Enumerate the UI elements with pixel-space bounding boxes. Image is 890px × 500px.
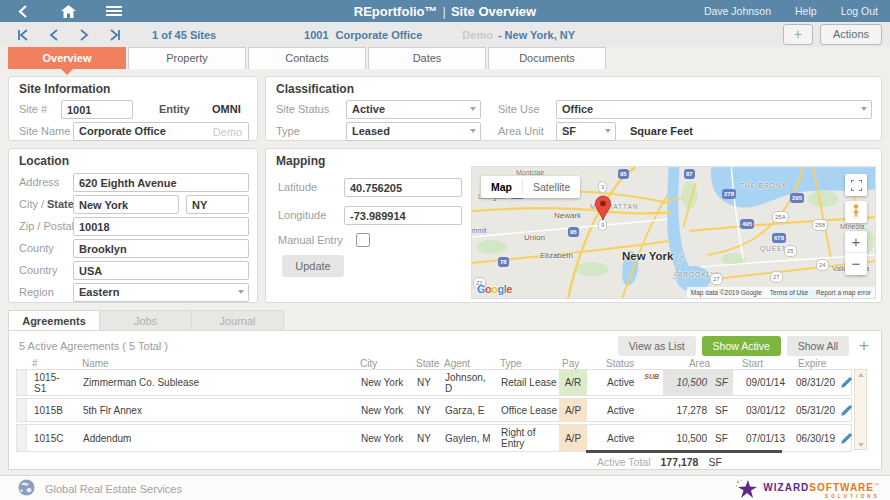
map-type-satellite-button[interactable]: Satellite — [522, 181, 580, 193]
map-attribution: Map data ©2019 Google Terms of Use Repor… — [687, 287, 875, 298]
zip-field[interactable] — [73, 217, 249, 236]
map-pin-icon[interactable] — [594, 195, 612, 225]
type-label: Type — [276, 125, 300, 137]
prev-record-icon[interactable] — [45, 28, 61, 42]
footer-company: Global Real Estate Services — [45, 483, 182, 495]
menu-icon[interactable] — [106, 4, 122, 18]
first-record-icon[interactable] — [14, 28, 30, 42]
map-place-label: Montclair — [516, 169, 544, 176]
main-tab-bar: Overview Property Contacts Dates Documen… — [8, 47, 606, 69]
manual-entry-checkbox[interactable] — [356, 233, 370, 247]
tab-overview[interactable]: Overview — [8, 47, 126, 69]
tab-jobs[interactable]: Jobs — [100, 310, 192, 331]
actions-button[interactable]: Actions — [820, 24, 882, 45]
active-total-value: 177,178 — [661, 456, 699, 468]
map-route-shield: 27 — [770, 271, 783, 283]
pay-badge: A/P — [559, 425, 587, 451]
address-field[interactable] — [73, 173, 249, 192]
area-unit-select[interactable]: SF — [556, 122, 616, 141]
user-menu[interactable]: Dave Johnson — [704, 5, 771, 17]
table-row[interactable]: 1015-S1 Zimmerman Co. Sublease New York … — [16, 369, 852, 396]
site-name-label: Site Name — [19, 125, 70, 137]
county-field[interactable] — [73, 239, 249, 258]
site-information-title: Site Information — [19, 82, 110, 96]
globe-icon — [18, 479, 35, 498]
active-total-label: Active Total — [597, 456, 651, 468]
add-site-button[interactable]: + — [783, 24, 813, 45]
site-overview-page: REportfolio™|Site Overview Dave Johnson … — [0, 0, 890, 500]
site-name-field[interactable]: Corporate Office Demo — [73, 122, 249, 141]
site-number-field[interactable] — [61, 100, 133, 119]
site-name: Corporate Office — [336, 29, 423, 41]
zoom-out-icon[interactable]: − — [845, 253, 867, 275]
show-all-button[interactable]: Show All — [787, 336, 849, 356]
record-position: 1 of 45 Sites — [152, 29, 216, 41]
country-field[interactable] — [73, 261, 249, 280]
report-map-error-link[interactable]: Report a map error — [816, 289, 871, 296]
site-information-panel: Site Information Site # Entity OMNI Site… — [8, 76, 258, 141]
agreements-tab-bar: Agreements Jobs Journal — [8, 310, 284, 331]
last-record-icon[interactable] — [107, 28, 123, 42]
back-icon[interactable] — [14, 4, 30, 18]
site-use-label: Site Use — [498, 103, 540, 115]
tab-journal[interactable]: Journal — [192, 310, 284, 331]
latitude-field[interactable] — [344, 178, 462, 197]
region-select[interactable]: Eastern — [73, 283, 249, 302]
street-view-pegman-icon[interactable] — [845, 201, 867, 223]
map-route-shield: 495 — [740, 219, 754, 229]
chevron-down-icon — [470, 107, 476, 111]
state-label: State — [47, 198, 74, 210]
add-agreement-button[interactable]: + — [859, 337, 869, 355]
view-as-list-button[interactable]: View as List — [618, 336, 696, 356]
table-horizontal-scrollbar[interactable] — [586, 450, 782, 453]
table-row[interactable]: 1015C Addendum New York NY Gaylen, M Rig… — [16, 424, 852, 452]
edit-agreement-icon[interactable] — [839, 404, 853, 417]
country-label: Country — [19, 264, 58, 276]
scroll-up-icon[interactable] — [855, 370, 866, 379]
entity-label: Entity — [159, 103, 190, 115]
footer-bar: Global Real Estate Services WIZARDSOFTWA… — [0, 475, 890, 500]
home-icon[interactable] — [60, 4, 76, 18]
map-route-shield: 87 — [684, 169, 695, 179]
tab-property[interactable]: Property — [128, 47, 246, 69]
show-active-button[interactable]: Show Active — [702, 336, 781, 356]
google-map[interactable]: Livingston Montclair Newark Union Summit… — [471, 166, 876, 299]
manual-entry-label: Manual Entry — [278, 234, 343, 246]
state-field[interactable] — [186, 195, 249, 214]
wizard-star-icon — [734, 478, 760, 500]
site-status-select[interactable]: Active — [346, 100, 481, 119]
table-row[interactable]: 1015B 5th Flr Annex New York NY Garza, E… — [16, 398, 852, 422]
city-field[interactable] — [73, 195, 179, 214]
update-button[interactable]: Update — [282, 255, 344, 277]
type-select[interactable]: Leased — [346, 122, 481, 141]
edit-agreement-icon[interactable] — [839, 432, 853, 445]
zoom-in-icon[interactable]: + — [845, 231, 867, 253]
google-logo[interactable]: Google — [477, 283, 512, 295]
brand-name: REportfolio™ — [354, 4, 438, 19]
tab-dates[interactable]: Dates — [368, 47, 486, 69]
tab-documents[interactable]: Documents — [488, 47, 606, 69]
map-route-shield: 95 — [568, 227, 579, 237]
county-label: County — [19, 242, 54, 254]
longitude-field[interactable] — [344, 206, 462, 225]
region-label: Region — [19, 286, 54, 298]
tab-contacts[interactable]: Contacts — [248, 47, 366, 69]
tab-agreements[interactable]: Agreements — [8, 310, 100, 331]
fullscreen-icon[interactable] — [845, 174, 867, 196]
scroll-down-icon[interactable] — [855, 440, 866, 449]
site-use-select[interactable]: Office — [556, 100, 872, 119]
pay-badge: A/P — [559, 399, 587, 421]
table-vertical-scrollbar[interactable] — [854, 369, 867, 450]
map-type-map-button[interactable]: Map — [481, 181, 522, 193]
site-status-label: Site Status — [276, 103, 329, 115]
help-link[interactable]: Help — [795, 5, 817, 17]
wizard-software-logo[interactable]: WIZARDSOFTWARE™ SOLUTIONS — [734, 478, 880, 500]
area-unit-description: Square Feet — [630, 125, 693, 137]
map-route-shield: 27 — [710, 273, 723, 285]
terms-of-use-link[interactable]: Terms of Use — [770, 289, 808, 296]
logout-link[interactable]: Log Out — [841, 5, 878, 17]
map-route-shield: 25A — [772, 211, 789, 223]
edit-agreement-icon[interactable] — [839, 376, 853, 389]
address-label: Address — [19, 176, 59, 188]
next-record-icon[interactable] — [76, 28, 92, 42]
